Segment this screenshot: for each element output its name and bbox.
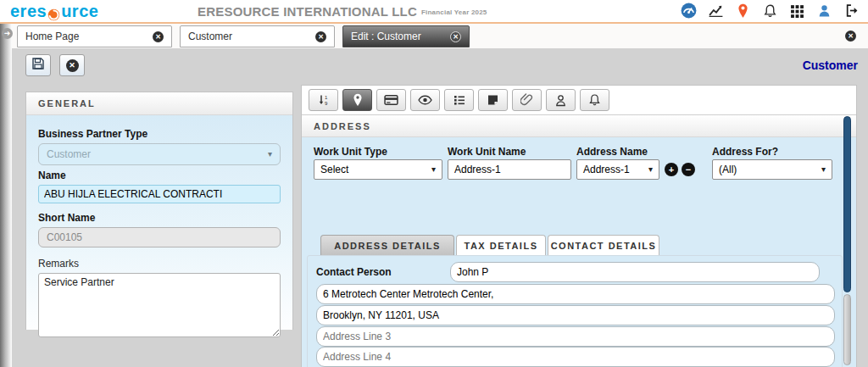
general-panel: GENERAL Business Partner Type Customer ▾… — [25, 92, 293, 330]
attachment-paperclip-button[interactable] — [512, 89, 542, 111]
save-icon — [31, 57, 45, 74]
close-all-tabs-icon[interactable]: ✕ — [845, 31, 856, 42]
tab-label: Customer — [188, 31, 309, 42]
general-section-header: GENERAL — [26, 92, 292, 115]
close-tab-icon[interactable]: ✕ — [450, 31, 461, 42]
subtab-contact-details[interactable]: CONTACT DETAILS — [548, 235, 659, 255]
selected-value: (All) — [719, 160, 737, 179]
header-icon-bar — [681, 3, 860, 19]
chevron-down-icon: ▾ — [268, 144, 272, 164]
tab-edit-customer[interactable]: Edit : Customer ✕ — [342, 25, 470, 47]
subtab-label: ADDRESS DETAILS — [334, 241, 441, 251]
selected-value: Customer — [47, 144, 91, 164]
tab-label: Edit : Customer — [351, 31, 443, 42]
tab-label: Home Page — [25, 31, 146, 42]
work-unit-type-select[interactable]: Select ▾ — [314, 159, 442, 180]
person-button[interactable] — [546, 89, 576, 111]
logo-text-right: urce — [61, 2, 98, 21]
analytics-chart-icon[interactable] — [708, 3, 724, 19]
open-tabs-bar: Home Page ✕ Customer ✕ Edit : Customer ✕… — [0, 24, 868, 48]
address-pin-button[interactable] — [342, 89, 372, 111]
view-eye-button[interactable] — [410, 89, 440, 111]
short-name-label: Short Name — [38, 212, 281, 224]
name-label: Name — [38, 170, 281, 181]
remarks-textarea[interactable]: Service Partner — [38, 273, 281, 337]
payment-card-button[interactable] — [376, 89, 406, 111]
content-area: ✕ Customer GENERAL Business Partner Type… — [12, 48, 868, 367]
company-name: ERESOURCE INTERNATIONAL LLC — [198, 4, 417, 19]
tab-customer[interactable]: Customer ✕ — [180, 25, 335, 47]
notifications-bell-icon[interactable] — [762, 3, 778, 19]
page-title: Customer — [803, 58, 858, 72]
tab-scroll-arrow-icon[interactable]: ➜ — [2, 28, 13, 39]
short-name-input[interactable] — [38, 227, 281, 247]
chevron-down-icon: ▾ — [821, 160, 826, 179]
logo-text-left: eres — [10, 2, 47, 21]
close-icon: ✕ — [66, 59, 79, 72]
scrollbar-track[interactable] — [843, 294, 851, 365]
work-unit-name-input[interactable] — [448, 159, 571, 180]
dashboard-icon[interactable] — [681, 3, 697, 19]
chevron-down-icon: ▾ — [648, 160, 653, 179]
detail-icon-toolbar: 19 — [302, 86, 856, 114]
work-unit-name-label: Work Unit Name — [448, 146, 526, 158]
address-line3-input[interactable] — [316, 326, 835, 347]
address-details-content: Contact Person Country ▾ Location ▾ Zip … — [307, 255, 843, 367]
address-name-select[interactable]: Address-1 ▾ — [576, 159, 659, 180]
address-name-label: Address Name — [576, 146, 648, 158]
eresource-logo[interactable]: eresurce — [10, 2, 98, 21]
apps-grid-icon[interactable] — [789, 3, 805, 19]
save-button[interactable] — [25, 54, 51, 76]
left-gutter — [0, 24, 12, 367]
business-partner-type-select[interactable]: Customer ▾ — [38, 143, 281, 165]
svg-text:1: 1 — [325, 95, 328, 100]
remove-address-button[interactable]: − — [682, 163, 695, 176]
selected-value: Select — [320, 160, 348, 179]
subtab-label: CONTACT DETAILS — [551, 241, 657, 251]
note-button[interactable] — [478, 89, 508, 111]
scrollbar-thumb[interactable] — [843, 116, 851, 292]
address-for-label: Address For? — [712, 146, 778, 158]
tab-home-page[interactable]: Home Page ✕ — [17, 25, 172, 47]
address-for-select[interactable]: (All) ▾ — [712, 159, 832, 180]
subtab-tax-details[interactable]: TAX DETAILS — [456, 235, 546, 255]
close-record-button[interactable]: ✕ — [59, 54, 85, 76]
location-pin-icon[interactable] — [735, 3, 751, 19]
contact-person-input[interactable] — [450, 262, 820, 282]
remarks-label: Remarks — [38, 258, 281, 270]
address-line4-input[interactable] — [316, 347, 835, 367]
subtab-label: TAX DETAILS — [465, 241, 538, 251]
address-panel: 19 ADDRESS Work Unit Type Work Unit Name… — [301, 85, 857, 367]
address-section-header: ADDRESS — [302, 114, 856, 137]
work-unit-type-label: Work Unit Type — [314, 146, 387, 158]
address-panel-body: Work Unit Type Work Unit Name Address Na… — [302, 137, 856, 367]
address-line1-input[interactable] — [316, 284, 835, 304]
close-tab-icon[interactable]: ✕ — [315, 31, 326, 42]
list-button[interactable] — [444, 89, 474, 111]
add-address-button[interactable]: + — [665, 163, 678, 176]
sort-numeric-button[interactable]: 19 — [309, 89, 338, 111]
app-header: eresurce ERESOURCE INTERNATIONAL LLCFina… — [0, 0, 868, 24]
logo-flame-icon — [47, 6, 60, 19]
svg-text:9: 9 — [325, 101, 328, 106]
name-input[interactable] — [38, 185, 281, 203]
alert-bell-button[interactable] — [580, 89, 609, 111]
business-partner-type-label: Business Partner Type — [38, 128, 281, 140]
financial-year-label: Financial Year 2025 — [421, 8, 487, 16]
user-profile-icon[interactable] — [816, 3, 832, 19]
close-tab-icon[interactable]: ✕ — [153, 31, 164, 42]
address-line2-input[interactable] — [316, 305, 835, 325]
chevron-down-icon: ▾ — [431, 160, 436, 179]
logout-icon[interactable] — [843, 3, 860, 19]
company-title: ERESOURCE INTERNATIONAL LLCFinancial Yea… — [198, 4, 487, 19]
general-panel-body: Business Partner Type Customer ▾ Name Sh… — [26, 115, 292, 330]
subtab-address-details[interactable]: ADDRESS DETAILS — [320, 235, 454, 255]
selected-value: Address-1 — [583, 160, 630, 179]
contact-person-label: Contact Person — [316, 266, 392, 278]
